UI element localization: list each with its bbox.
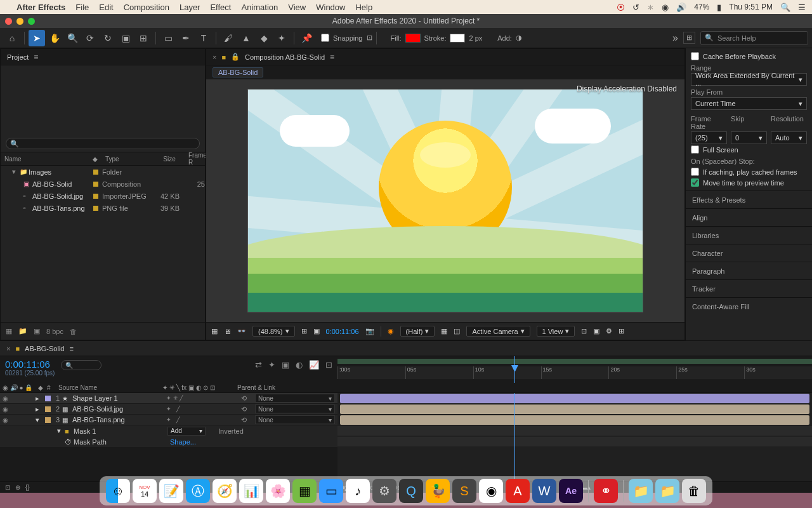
col-framerate[interactable]: Frame R [185, 152, 205, 166]
rotate-tool-icon[interactable]: ↻ [100, 30, 116, 46]
menu-effect[interactable]: Effect [210, 3, 231, 12]
dock-finder-icon[interactable]: ☺ [106, 479, 130, 503]
record-icon[interactable]: ⦿ [617, 3, 625, 12]
fill-label[interactable]: Fill: [391, 34, 402, 42]
shy-icon[interactable]: ✦ [268, 360, 275, 370]
movetime-checkbox[interactable] [691, 178, 699, 187]
new-comp-icon[interactable]: ▣ [34, 327, 40, 335]
battery-text[interactable]: 47% [694, 3, 709, 11]
tl-footer-icon[interactable]: {} [25, 484, 30, 491]
col-name[interactable]: Name [1, 156, 89, 163]
panel-effects-presets[interactable]: Effects & Presets [686, 190, 812, 208]
view-opt-icon[interactable]: ⚙ [606, 327, 612, 335]
menu-composition[interactable]: Composition [124, 3, 169, 12]
comp-timecode[interactable]: 0:00:11:06 [326, 328, 359, 335]
maximize-window-button[interactable] [28, 18, 35, 25]
dock-app-icon[interactable]: ▦ [292, 479, 317, 503]
snapping-opts-icon[interactable]: ⊡ [367, 34, 372, 42]
preview-res-dropdown[interactable]: Auto▾ [771, 131, 807, 144]
dock-keynote-icon[interactable]: ▭ [319, 479, 343, 503]
bluetooth-icon[interactable]: ∗ [647, 3, 654, 12]
playhead[interactable] [514, 356, 515, 383]
view-opt-icon[interactable]: ⊞ [619, 327, 624, 335]
dock-sublime-icon[interactable]: S [452, 479, 476, 503]
snapping-checkbox[interactable] [321, 34, 329, 42]
panel-character[interactable]: Character [686, 244, 812, 262]
bpc-toggle[interactable]: 8 bpc [46, 328, 63, 335]
brush-tool-icon[interactable]: 🖌 [220, 30, 237, 46]
panel-libraries[interactable]: Libraries [686, 226, 812, 244]
skip-dropdown[interactable]: 0▾ [731, 131, 767, 144]
zoom-dropdown[interactable]: (48.8%)▾ [252, 326, 295, 337]
graph-editor-icon[interactable]: 📈 [309, 360, 319, 370]
col-tag[interactable]: ◆ [89, 156, 102, 163]
col-size[interactable]: Size [159, 156, 185, 163]
spotlight-icon[interactable]: 🔍 [780, 3, 790, 12]
playfrom-dropdown[interactable]: Current Time▾ [691, 97, 807, 110]
menu-help[interactable]: Help [355, 3, 372, 12]
clock-text[interactable]: Thu 9:51 PM [729, 3, 773, 11]
composition-canvas[interactable] [247, 89, 643, 312]
ifcaching-checkbox[interactable] [691, 168, 699, 176]
stroke-label[interactable]: Stroke: [424, 34, 447, 42]
framerate-dropdown[interactable]: (25)▾ [691, 131, 727, 144]
panel-tracker[interactable]: Tracker [686, 279, 812, 297]
hand-tool-icon[interactable]: ✋ [46, 30, 63, 46]
mask-icon[interactable]: 👓 [237, 327, 246, 335]
menu-view[interactable]: View [288, 3, 306, 12]
zoom-tool-icon[interactable]: 🔍 [64, 30, 81, 46]
interpret-footage-icon[interactable]: ▦ [6, 327, 12, 335]
comp-breadcrumb[interactable]: AB-BG-Solid [213, 67, 263, 77]
rectangle-tool-icon[interactable]: ▭ [160, 30, 176, 46]
panel-menu-icon[interactable]: ≡ [69, 345, 73, 352]
monitor-icon[interactable]: 🖥 [224, 328, 231, 335]
dock-duck-icon[interactable]: 🦆 [426, 479, 450, 503]
camera-tool-icon[interactable]: ▣ [117, 30, 134, 46]
timemachine-icon[interactable]: ↺ [632, 3, 639, 12]
tl-footer-icon[interactable]: ⊡ [5, 484, 10, 491]
trash-icon[interactable]: 🗑 [70, 328, 77, 335]
roto-tool-icon[interactable]: ✦ [273, 30, 290, 46]
stroke-swatch[interactable] [450, 34, 465, 43]
resolution-dropdown[interactable]: (Half)▾ [400, 326, 435, 337]
dock-word-icon[interactable]: W [532, 479, 556, 503]
view-opt-icon[interactable]: ⊡ [581, 327, 587, 335]
snapshot-icon[interactable]: 📷 [365, 327, 374, 335]
dock-notes-icon[interactable]: 📝 [159, 479, 183, 503]
home-icon[interactable]: ⌂ [4, 30, 20, 46]
new-folder-icon[interactable]: 📁 [18, 327, 27, 335]
close-panel-icon[interactable]: × [213, 53, 216, 61]
menu-animation[interactable]: Animation [241, 3, 278, 12]
timeline-timecode[interactable]: 0:00:11:06 [5, 359, 55, 370]
fullscreen-checkbox[interactable] [691, 145, 699, 154]
overflow-icon[interactable]: » [672, 32, 678, 44]
adjust-icon[interactable]: ⊞ [301, 327, 307, 335]
comp-tab-label[interactable]: Composition AB-BG-Solid [245, 53, 325, 61]
mask-path-row[interactable]: ⏱ Mask Path Shape... [0, 436, 337, 447]
comp-flowchart-icon[interactable]: ⇄ [255, 360, 262, 370]
dock-trash-icon[interactable]: 🗑 [682, 479, 706, 503]
transparency-icon[interactable]: ▦ [441, 327, 447, 335]
layer-row[interactable]: ◉▸ 2 ▦ AB-BG-Solid.jpg ✦ ╱ ⟲ None▾ [0, 404, 337, 415]
lock-icon[interactable]: 🔒 [231, 53, 240, 61]
timeline-tab-label[interactable]: AB-BG-Solid [25, 345, 64, 352]
view-opt-icon[interactable]: ▣ [593, 327, 599, 335]
dock-acrobat-icon[interactable]: A [506, 479, 530, 503]
panbehind-tool-icon[interactable]: ⊞ [135, 30, 152, 46]
project-search-input[interactable]: 🔍 [6, 138, 200, 149]
eraser-tool-icon[interactable]: ◆ [256, 30, 272, 46]
range-dropdown[interactable]: Work Area Extended By Current ...▾ [691, 73, 807, 86]
minimize-window-button[interactable] [16, 18, 23, 25]
battery-icon[interactable]: ▮ [717, 3, 721, 12]
mask-row[interactable]: ▾ ■ Mask 1 Add▾ Inverted [0, 425, 337, 436]
menubar-appname[interactable]: After Effects [16, 3, 65, 12]
selection-tool-icon[interactable]: ➤ [29, 30, 45, 46]
parent-dropdown[interactable]: None▾ [255, 415, 335, 424]
dock-folder-icon[interactable]: 📁 [629, 479, 653, 503]
parent-dropdown[interactable]: None▾ [255, 394, 335, 403]
add-menu-icon[interactable]: ◑ [516, 34, 522, 42]
clone-tool-icon[interactable]: ▲ [238, 30, 254, 46]
timeline-search-input[interactable]: 🔍 [61, 360, 102, 370]
timeline-tracks[interactable] [337, 393, 812, 481]
project-row-file[interactable]: ▫ AB-BG-Solid.jpg ImporterJPEG 42 KB [1, 190, 205, 202]
